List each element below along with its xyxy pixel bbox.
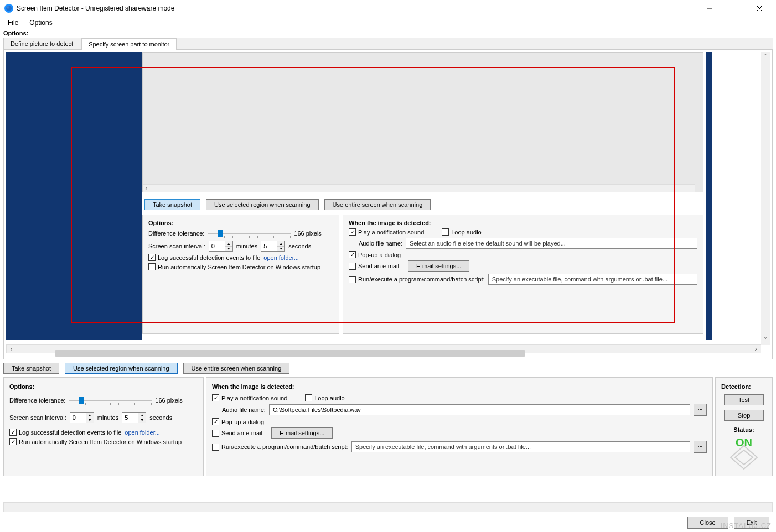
nested-email-settings-button[interactable]: E-mail settings... (408, 260, 469, 272)
run-script-checkbox[interactable]: Run/execute a program/command/batch scri… (212, 444, 348, 451)
tabstrip: Define picture to detect Specify screen … (3, 38, 773, 50)
detection-title: Detection: (721, 383, 767, 390)
email-settings-button[interactable]: E-mail settings... (271, 427, 333, 439)
tab-define-picture[interactable]: Define picture to detect (3, 38, 80, 49)
nested-send-email-checkbox[interactable]: Send an e-mail (349, 263, 399, 270)
nested-detected-title: When the image is detected: (349, 220, 697, 226)
menu-options[interactable]: Options (25, 18, 56, 28)
audio-browse-button[interactable]: ... (694, 404, 707, 416)
nested-options-title: Options: (148, 220, 333, 226)
nested-minutes-input[interactable]: ▲▼ (209, 241, 233, 252)
nested-detected-panel: When the image is detected: Play a notif… (343, 215, 703, 334)
nested-autorun-checkbox[interactable]: Run automatically Screen Item Detector o… (148, 263, 320, 270)
diff-tolerance-label: Difference tolerance: (9, 397, 65, 404)
options-title: Options: (9, 383, 198, 390)
nested-options-panel: Options: Difference tolerance: 166 pixel… (142, 215, 339, 334)
nested-hscrollbar[interactable]: ‹ (143, 184, 695, 192)
status-bar (3, 502, 773, 512)
nested-seconds-input[interactable]: ▲▼ (261, 241, 285, 252)
minimize-button[interactable] (697, 1, 722, 16)
tab-specify-screen[interactable]: Specify screen part to monitor (81, 38, 177, 50)
take-snapshot-button[interactable]: Take snapshot (3, 363, 59, 374)
preview-canvas[interactable]: ‹ Take snapshot Use selected region when… (6, 52, 712, 340)
maximize-button[interactable] (722, 1, 747, 16)
preview-hscrollbar[interactable]: ‹› (6, 344, 761, 353)
titlebar: Screen Item Detector - Unregistered shar… (0, 0, 776, 17)
audio-file-label: Audio file name: (359, 240, 402, 247)
diff-tolerance-label: Difference tolerance: (148, 230, 204, 237)
script-path-input[interactable] (351, 441, 690, 452)
scan-interval-label: Screen scan interval: (9, 414, 66, 421)
svg-rect-1 (732, 6, 737, 11)
menubar: File Options (0, 17, 776, 29)
window-title: Screen Item Detector - Unregistered shar… (17, 4, 697, 12)
menu-file[interactable]: File (3, 18, 23, 28)
autorun-checkbox[interactable]: Run automatically Screen Item Detector o… (9, 438, 182, 445)
minutes-input[interactable]: ▲▼ (70, 412, 94, 423)
close-window-button[interactable] (747, 1, 772, 16)
popup-dialog-checkbox[interactable]: Pop-up a dialog (212, 418, 264, 425)
seconds-input[interactable]: ▲▼ (122, 412, 146, 423)
audio-file-label: Audio file name: (222, 406, 266, 413)
nested-popup-checkbox[interactable]: Pop-up a dialog (349, 251, 401, 258)
nested-window: ‹ Take snapshot Use selected region when… (142, 52, 706, 340)
app-icon (4, 4, 13, 13)
nested-take-snapshot-button[interactable]: Take snapshot (144, 199, 200, 210)
test-button[interactable]: Test (724, 394, 764, 405)
open-folder-link[interactable]: open folder... (125, 429, 160, 436)
nested-preview: ‹ (142, 52, 703, 192)
nested-open-folder-link[interactable]: open folder... (263, 254, 299, 261)
status-label: Status: (721, 426, 767, 433)
nested-use-selected-button[interactable]: Use selected region when scanning (206, 199, 319, 210)
detection-panel: Detection: Test Stop Status: ON (715, 377, 773, 476)
options-panel: Options: Difference tolerance: 166 pixel… (3, 377, 204, 476)
stop-button[interactable]: Stop (724, 410, 764, 421)
use-selected-region-button[interactable]: Use selected region when scanning (65, 363, 178, 374)
nested-loop-audio-checkbox[interactable]: Loop audio (442, 228, 481, 236)
nested-tolerance-slider[interactable] (208, 228, 291, 238)
scan-interval-label: Screen scan interval: (148, 243, 205, 249)
nested-use-entire-button[interactable]: Use entire screen when scanning (324, 199, 431, 210)
nested-script-input[interactable] (488, 274, 697, 285)
play-sound-checkbox[interactable]: Play a notification sound (212, 394, 287, 401)
detected-panel: When the image is detected: Play a notif… (206, 377, 713, 476)
send-email-checkbox[interactable]: Send an e-mail (212, 430, 262, 437)
preview-vscrollbar[interactable]: ˄˅ (761, 52, 770, 345)
preview-area: ‹ Take snapshot Use selected region when… (3, 50, 773, 359)
use-entire-screen-button[interactable]: Use entire screen when scanning (183, 363, 290, 374)
tolerance-slider[interactable] (69, 395, 152, 405)
nested-run-script-checkbox[interactable]: Run/execute a program/command/batch scri… (349, 276, 485, 283)
script-browse-button[interactable]: ... (694, 441, 707, 453)
loop-audio-checkbox[interactable]: Loop audio (305, 394, 344, 401)
options-header: Options: (0, 29, 776, 38)
audio-file-input[interactable] (269, 404, 690, 415)
log-events-checkbox[interactable]: Log successful detection events to file (9, 429, 121, 436)
status-icon (730, 445, 758, 470)
nested-audio-file-input[interactable] (406, 238, 697, 249)
diff-tolerance-value: 166 pixels (155, 397, 183, 404)
nested-log-checkbox[interactable]: Log successful detection events to file (148, 254, 260, 261)
svg-marker-5 (735, 450, 753, 465)
watermark: INSTALUJ.CZ (721, 521, 772, 530)
nested-play-sound-checkbox[interactable]: Play a notification sound (349, 228, 424, 236)
detected-title: When the image is detected: (212, 383, 707, 390)
diff-tolerance-value: 166 pixels (294, 230, 322, 237)
